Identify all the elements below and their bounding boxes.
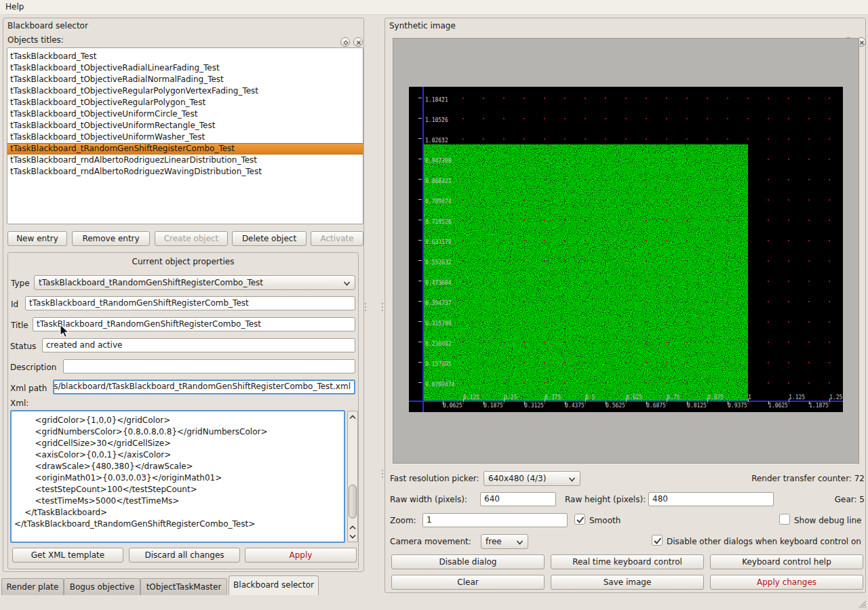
- axis-tick: [418, 220, 422, 220]
- axis-tick: [768, 401, 769, 405]
- tab-tobjecttaskmaster[interactable]: tObjectTaskMaster: [140, 578, 227, 595]
- raw-width-field[interactable]: 640: [480, 492, 556, 506]
- xml-path-field[interactable]: ns/blackboard/tTaskBlackboard_tRandomGen…: [53, 380, 355, 394]
- raw-height-label: Raw height (pixels):: [565, 495, 646, 504]
- dock-title: Blackboard selector: [7, 21, 88, 30]
- axis-tick: [504, 399, 505, 402]
- splitter-grip[interactable]: [382, 468, 384, 483]
- disable-dialogs-label: Disable other dialogs when keyboard cont…: [667, 537, 861, 546]
- objects-titles-label: Objects titles:: [7, 35, 64, 45]
- get-xml-template-button[interactable]: Get XML template: [12, 548, 123, 563]
- show-debug-checkbox[interactable]: [779, 514, 790, 525]
- axis-tick: [418, 260, 422, 261]
- axis-label: 0.868421: [425, 179, 452, 184]
- axis-tick: [418, 199, 422, 200]
- title-field[interactable]: tTaskBlackboard_tRandomGenShiftRegisterC…: [33, 317, 355, 331]
- menu-item-help[interactable]: Help: [5, 2, 24, 12]
- chevron-down-icon: [568, 477, 576, 482]
- splitter-grip[interactable]: [382, 301, 384, 316]
- id-field[interactable]: tTaskBlackboard_tRandomGenShiftRegisterC…: [25, 296, 355, 310]
- raw-width-label: Raw width (pixels):: [390, 495, 467, 504]
- axis-tick: [606, 401, 606, 405]
- delete-object-button[interactable]: Delete object: [232, 231, 307, 246]
- type-combobox[interactable]: tTaskBlackboard_tRandomGenShiftRegisterC…: [34, 275, 355, 290]
- axis-label: 0.789474: [425, 199, 452, 205]
- axis-label: 0.236842: [425, 342, 452, 347]
- axis-tick: [484, 401, 484, 405]
- scroll-up-icon[interactable]: [348, 412, 357, 422]
- fast-res-combobox[interactable]: 640x480 (4/3): [484, 471, 580, 486]
- apply-button[interactable]: Apply: [245, 548, 357, 563]
- list-item[interactable]: tTaskBlackboard_tObjectiveRegularPolygon…: [7, 97, 363, 108]
- axis-label: 0.25: [504, 395, 517, 401]
- axis-label: 1.125: [789, 395, 805, 401]
- list-item[interactable]: tTaskBlackboard_rndAlbertoRodriguezLinea…: [7, 155, 363, 166]
- splitter-grip[interactable]: [365, 301, 367, 316]
- axis-tick: [418, 98, 422, 98]
- axis-tick: [418, 382, 422, 383]
- raw-height-field[interactable]: 480: [648, 492, 774, 506]
- axis-tick: [667, 399, 667, 402]
- tab-render-plate[interactable]: Render plate: [1, 578, 64, 595]
- gear-label: Gear: 5: [797, 495, 865, 504]
- clear-button[interactable]: Clear: [391, 575, 545, 590]
- list-item[interactable]: tTaskBlackboard_Test: [7, 51, 363, 62]
- y-axis-line: [422, 87, 424, 412]
- axis-tick: [524, 401, 525, 405]
- axis-tick: [443, 401, 443, 405]
- remove-entry-button[interactable]: Remove entry: [72, 231, 150, 246]
- axis-label: 1.02632: [425, 138, 448, 144]
- disable-dialogs-checkbox[interactable]: [652, 535, 663, 546]
- keyboard-help-button[interactable]: Keyboard control help: [710, 554, 863, 569]
- disable-dialog-button[interactable]: Disable dialog: [391, 554, 545, 569]
- axis-label: 0.5: [585, 395, 595, 401]
- list-item[interactable]: tTaskBlackboard_tObjectiveUniformWasher_…: [7, 131, 363, 143]
- axis-tick: [418, 240, 422, 241]
- list-item[interactable]: tTaskBlackboard_tObjectiveUniformRectang…: [7, 120, 363, 131]
- xml-scrollbar[interactable]: [347, 411, 358, 542]
- zoom-field[interactable]: 1: [422, 513, 568, 527]
- axis-tick: [463, 399, 464, 402]
- size-grip-icon[interactable]: [857, 599, 867, 609]
- synthetic-image[interactable]: 1.184211.105261.026320.9473680.8684210.7…: [409, 87, 843, 412]
- list-item[interactable]: tTaskBlackboard_tObjectiveRegularPolygon…: [7, 85, 363, 97]
- new-entry-button[interactable]: New entry: [7, 231, 67, 246]
- list-item[interactable]: tTaskBlackboard_tObjectiveRadialLinearFa…: [7, 62, 363, 74]
- apply-changes-button[interactable]: Apply changes: [710, 575, 863, 590]
- create-object-button[interactable]: Create object: [155, 231, 228, 246]
- description-field[interactable]: [63, 359, 355, 373]
- camera-movement-combobox[interactable]: free: [481, 534, 528, 549]
- axis-tick: [418, 138, 422, 139]
- realtime-keyboard-button[interactable]: Real time keyboard control: [551, 554, 704, 569]
- save-image-button[interactable]: Save image: [551, 575, 704, 590]
- axis-tick: [585, 399, 586, 402]
- list-item[interactable]: tTaskBlackboard_tObjectiveRadialNormalFa…: [7, 74, 363, 85]
- objects-list[interactable]: tTaskBlackboard_TesttTaskBlackboard_tObj…: [7, 47, 363, 224]
- axis-label: 0.157895: [425, 362, 452, 367]
- xml-scrollbar-thumb[interactable]: [349, 485, 357, 518]
- axis-label: 0.710526: [425, 220, 452, 225]
- axis-label: 1.10526: [425, 118, 448, 123]
- smooth-checkbox[interactable]: [574, 514, 585, 525]
- axis-label: 0.473684: [425, 281, 452, 286]
- xml-editor[interactable]: <gridColor>{1,0,0}</gridColor> <gridNumb…: [10, 410, 345, 543]
- xml-label: Xml:: [10, 399, 28, 408]
- scroll-up2-icon[interactable]: [348, 523, 357, 532]
- axis-tick: [829, 399, 830, 402]
- status-field[interactable]: created and active: [42, 338, 355, 352]
- axis-tick: [728, 401, 728, 405]
- list-item[interactable]: tTaskBlackboard_tObjectiveUniformCircle_…: [7, 108, 363, 120]
- scroll-down-icon[interactable]: [348, 531, 357, 541]
- list-item[interactable]: tTaskBlackboard_tRandomGenShiftRegisterC…: [7, 143, 363, 155]
- discard-all-changes-button[interactable]: Discard all changes: [129, 548, 240, 563]
- dock-float-button[interactable]: [340, 37, 350, 47]
- activate-button[interactable]: Activate: [311, 231, 363, 246]
- list-item[interactable]: tTaskBlackboard_rndAlbertoRodriguezWavin…: [7, 166, 363, 178]
- axis-tick: [545, 399, 545, 402]
- axis-tick: [565, 401, 566, 405]
- axis-label: 0.8125: [687, 403, 707, 409]
- dock-title: Synthetic image: [389, 21, 456, 30]
- dock-close-button[interactable]: [353, 37, 363, 47]
- tab-blackboard-selector[interactable]: Blackboard selector: [229, 575, 319, 595]
- tab-bogus-objective[interactable]: Bogus objective: [64, 578, 140, 595]
